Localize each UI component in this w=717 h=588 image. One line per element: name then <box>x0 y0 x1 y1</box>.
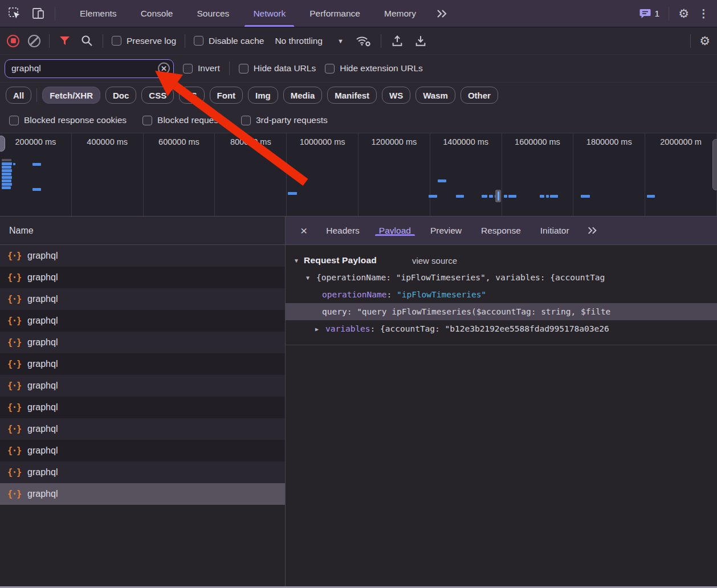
payload-property-row-selected[interactable]: query: "query ipFlowTimeseries($accountT… <box>286 303 717 320</box>
issues-button[interactable]: 1 <box>639 9 660 19</box>
filter-chip[interactable]: JS <box>179 87 204 104</box>
main-tab[interactable]: Sources <box>185 0 242 27</box>
request-name: graphql <box>27 489 58 499</box>
name-column-header[interactable]: Name <box>0 217 285 245</box>
advanced-filter-checkbox[interactable]: Blocked requests <box>142 115 225 125</box>
export-har-icon[interactable] <box>413 34 428 48</box>
advanced-filter-checkbox[interactable]: Blocked response cookies <box>9 115 127 125</box>
filter-chip[interactable]: Wasm <box>415 87 455 104</box>
invert-checkbox[interactable]: Invert <box>183 63 220 74</box>
details-tab[interactable]: Initiator <box>531 226 579 236</box>
request-payload-section[interactable]: ▼ Request Payload view source <box>286 252 717 269</box>
timeline-request-bar <box>438 179 446 182</box>
kebab-menu-icon[interactable]: ⋮ <box>698 7 709 20</box>
triangle-down-icon[interactable]: ▼ <box>294 258 304 264</box>
checkbox[interactable] <box>239 64 248 74</box>
details-tab[interactable]: Preview <box>421 226 471 236</box>
json-braces-icon <box>7 272 21 283</box>
timeline-grid: 200000 ms400000 ms600000 ms800000 ms1000… <box>0 133 717 216</box>
filter-chip[interactable]: Img <box>248 87 278 104</box>
devtools-main-tabbar: ElementsConsoleSourcesNetworkPerformance… <box>0 0 717 27</box>
request-row[interactable]: graphql <box>0 440 285 462</box>
network-filter-input[interactable] <box>5 59 174 78</box>
network-conditions-icon[interactable] <box>355 34 372 48</box>
triangle-right-icon[interactable]: ▶ <box>315 326 325 332</box>
checkbox[interactable] <box>9 116 19 125</box>
checkbox[interactable] <box>241 116 251 125</box>
more-tabs-icon[interactable] <box>428 0 455 27</box>
close-details-icon[interactable]: × <box>291 217 316 244</box>
filter-chip[interactable]: Media <box>283 87 323 104</box>
timeline-tick-label: 2000000 m <box>660 137 702 146</box>
request-row[interactable]: graphql <box>0 418 285 440</box>
timeline-request-bar <box>550 195 558 198</box>
disable-cache-checkbox[interactable]: Disable cache <box>194 36 264 46</box>
request-row[interactable]: graphql <box>0 397 285 418</box>
request-row[interactable]: graphql <box>0 353 285 375</box>
search-icon[interactable] <box>80 34 94 48</box>
request-name: graphql <box>27 251 58 261</box>
filter-chip[interactable]: WS <box>382 87 410 104</box>
details-tab[interactable]: Response <box>471 226 531 236</box>
details-tab[interactable]: Payload <box>369 226 421 236</box>
timeline-request-bar <box>508 195 516 198</box>
filter-chip[interactable]: Other <box>461 87 498 104</box>
preserve-log-checkbox[interactable]: Preserve log <box>112 36 176 46</box>
checkbox[interactable] <box>112 36 121 46</box>
request-row[interactable]: graphql <box>0 245 285 267</box>
checkbox[interactable] <box>183 64 193 74</box>
import-har-icon[interactable] <box>390 34 405 48</box>
timeline-column: 400000 ms <box>72 133 144 216</box>
json-braces-icon <box>7 381 21 391</box>
filter-chip[interactable]: Fetch/XHR <box>42 87 100 104</box>
details-tab[interactable]: Headers <box>316 226 369 236</box>
hide-data-urls-checkbox[interactable]: Hide data URLs <box>239 63 316 74</box>
payload-summary-row[interactable]: ▼ {operationName: "ipFlowTimeseries", va… <box>286 269 717 286</box>
filter-chip[interactable]: Doc <box>105 87 136 104</box>
timeline-tick-label: 1000000 ms <box>300 137 345 146</box>
more-details-tabs-icon[interactable] <box>579 217 605 244</box>
advanced-filter-row: Blocked response cookies Blocked request… <box>0 108 717 133</box>
filter-chip-all[interactable]: All <box>6 87 31 104</box>
payload-property-row[interactable]: operationName: "ipFlowTimeseries" <box>286 286 717 303</box>
request-row[interactable]: graphql <box>0 483 285 505</box>
request-row[interactable]: graphql <box>0 332 285 353</box>
hide-extension-urls-checkbox[interactable]: Hide extension URLs <box>325 63 423 74</box>
timeline-tick-label: 200000 ms <box>15 137 56 146</box>
checkbox[interactable] <box>325 64 335 74</box>
overview-left-grip[interactable] <box>0 136 5 152</box>
request-row[interactable]: graphql <box>0 462 285 483</box>
json-braces-icon <box>7 337 21 348</box>
filter-chip[interactable]: CSS <box>141 87 174 104</box>
main-tab[interactable]: Performance <box>298 0 372 27</box>
request-row[interactable]: graphql <box>0 375 285 397</box>
device-toolbar-icon[interactable] <box>31 6 47 21</box>
filter-chip[interactable]: Font <box>210 87 243 104</box>
view-source-link[interactable]: view source <box>412 256 457 266</box>
timeline-column: 600000 ms <box>144 133 215 216</box>
request-row[interactable]: graphql <box>0 267 285 288</box>
main-tab[interactable]: Network <box>241 0 298 27</box>
record-network-log-icon[interactable] <box>7 35 19 47</box>
checkbox[interactable] <box>142 116 152 125</box>
clear-network-log-icon[interactable] <box>28 35 40 47</box>
network-settings-gear-icon[interactable]: ⚙ <box>699 35 710 47</box>
throttling-dropdown[interactable]: No throttling ▼ <box>272 36 345 46</box>
filter-funnel-icon[interactable] <box>58 35 71 47</box>
payload-property-row[interactable]: ▶variables: {accountTag: "b12e3b2192ee55… <box>286 320 717 337</box>
filter-chip[interactable]: Manifest <box>327 87 377 104</box>
main-tab[interactable]: Console <box>129 0 185 27</box>
inspect-element-icon[interactable] <box>7 6 23 22</box>
request-row[interactable]: graphql <box>0 288 285 310</box>
main-tab[interactable]: Elements <box>68 0 129 27</box>
triangle-down-icon[interactable]: ▼ <box>306 275 316 281</box>
checkbox[interactable] <box>194 36 203 46</box>
request-row[interactable]: graphql <box>0 310 285 332</box>
settings-gear-icon[interactable]: ⚙ <box>678 7 689 19</box>
timeline-request-bar <box>482 195 487 198</box>
clear-filter-icon[interactable]: ✕ <box>158 63 170 75</box>
advanced-filter-checkbox[interactable]: 3rd-party requests <box>241 115 328 125</box>
timeline-request-bar <box>504 195 507 198</box>
main-tab[interactable]: Memory <box>372 0 428 27</box>
overview-right-grip[interactable] <box>712 139 717 190</box>
